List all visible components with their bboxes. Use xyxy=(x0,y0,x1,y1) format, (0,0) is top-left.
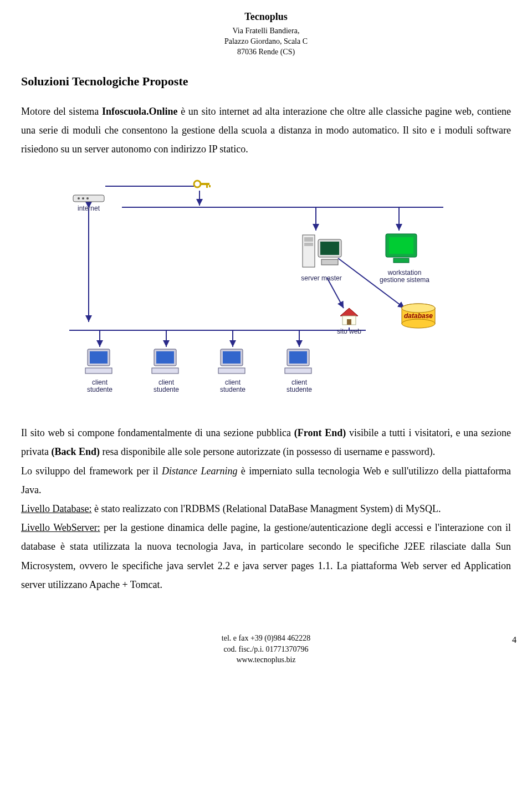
client-3-line-1: client xyxy=(225,378,241,386)
section-title: Soluzioni Tecnologiche Proposte xyxy=(21,74,511,89)
svg-rect-21 xyxy=(209,185,211,187)
svg-rect-19 xyxy=(201,183,209,185)
client-studente-label-4: clientstudente xyxy=(282,379,317,393)
footer-codfisc: cod. fisc./p.i. 01771370796 xyxy=(223,645,308,653)
svg-point-17 xyxy=(86,197,89,199)
svg-rect-27 xyxy=(321,259,338,265)
footer-tel: tel. e fax +39 (0)984 462228 xyxy=(222,634,310,642)
svg-rect-26 xyxy=(320,242,339,255)
company-name: Tecnoplus xyxy=(21,11,511,23)
key-icon xyxy=(193,178,212,192)
workstation-icon xyxy=(382,229,421,270)
svg-point-16 xyxy=(82,197,84,199)
paragraph-intro: Motore del sistema Infoscuola.Online è u… xyxy=(21,102,511,159)
svg-marker-35 xyxy=(340,308,358,316)
p1-text-1: Motore del sistema xyxy=(21,106,102,117)
client-studente-label-1: clientstudente xyxy=(82,379,117,393)
server-master-icon xyxy=(299,229,344,276)
p2-b1-frontend: (Front End) xyxy=(294,427,346,438)
svg-rect-29 xyxy=(389,237,413,254)
sito-web-label: sito web xyxy=(332,328,366,335)
client-4-line-1: client xyxy=(291,378,307,386)
client-3-line-2: studente xyxy=(220,386,245,393)
p3-t1: Lo sviluppo del framework per il xyxy=(21,465,162,477)
page-number: 4 xyxy=(512,634,516,646)
p2-t3: resa disponibile alle sole persone autor… xyxy=(100,446,435,457)
workstation-label-1: workstation xyxy=(388,269,422,277)
internet-label: internet xyxy=(72,205,105,212)
svg-rect-48 xyxy=(289,351,307,364)
svg-rect-40 xyxy=(85,368,112,374)
paragraph-webserver-level: Livello WebServer: per la gestione dinam… xyxy=(21,518,511,594)
svg-rect-30 xyxy=(393,258,409,263)
svg-rect-37 xyxy=(347,319,351,325)
client-studente-icon-4 xyxy=(283,347,316,380)
svg-rect-20 xyxy=(206,185,208,188)
svg-line-7 xyxy=(327,278,344,308)
svg-rect-45 xyxy=(223,351,241,364)
svg-rect-23 xyxy=(304,237,313,242)
client-studente-label-2: clientstudente xyxy=(149,379,184,393)
svg-rect-43 xyxy=(152,368,178,374)
svg-rect-49 xyxy=(285,368,311,374)
svg-rect-46 xyxy=(218,368,245,374)
client-studente-icon-3 xyxy=(216,347,249,380)
p4-u1-livello-database: Livello Database: xyxy=(21,503,91,514)
addr-line-3: 87036 Rende (CS) xyxy=(237,48,295,56)
page-header: Tecnoplus Via Fratelli Bandiera, Palazzo… xyxy=(21,11,511,58)
svg-point-33 xyxy=(402,319,435,328)
p1-bold-product: Infoscuola.Online xyxy=(102,106,178,117)
p2-t1: Il sito web si compone fondamentalmente … xyxy=(21,427,294,438)
sito-web-icon xyxy=(338,307,360,329)
client-2-line-1: client xyxy=(158,378,174,386)
server-master-label: server master xyxy=(294,275,349,282)
client-4-line-2: studente xyxy=(287,386,312,393)
p2-b2-backend: (Back End) xyxy=(51,446,100,457)
p3-i1-distance-learning: Distance Learning xyxy=(162,465,237,477)
page-footer: tel. e fax +39 (0)984 462228 cod. fisc./… xyxy=(21,633,511,666)
svg-rect-42 xyxy=(156,351,174,364)
client-studente-icon-1 xyxy=(83,347,116,380)
client-2-line-2: studente xyxy=(154,386,179,393)
network-diagram: internet server master workstation gesti… xyxy=(55,170,477,408)
addr-line-2: Palazzo Giordano, Scala C xyxy=(224,37,308,45)
database-label: database xyxy=(402,313,435,320)
svg-point-15 xyxy=(78,197,80,199)
p5-u1-livello-webserver: Livello WebServer: xyxy=(21,522,100,533)
workstation-label: workstation gestione sistema xyxy=(371,269,438,284)
paragraph-database-level: Livello Database: è stato realizzato con… xyxy=(21,499,511,518)
p4-t1: è stato realizzato con l'RDBMS (Relation… xyxy=(91,503,441,514)
svg-rect-24 xyxy=(304,243,313,246)
svg-point-18 xyxy=(194,181,201,187)
paragraph-frontend-backend: Il sito web si compone fondamentalmente … xyxy=(21,423,511,461)
svg-rect-39 xyxy=(90,351,108,364)
workstation-label-2: gestione sistema xyxy=(380,276,429,284)
client-studente-icon-2 xyxy=(150,347,183,380)
client-1-line-1: client xyxy=(92,378,108,386)
footer-www: www.tecnoplus.biz xyxy=(236,656,295,664)
client-1-line-2: studente xyxy=(87,386,112,393)
company-address: Via Fratelli Bandiera, Palazzo Giordano,… xyxy=(21,26,511,58)
svg-point-34 xyxy=(402,304,435,313)
client-studente-label-3: clientstudente xyxy=(215,379,250,393)
diagram-connections xyxy=(55,170,477,408)
paragraph-framework: Lo sviluppo del framework per il Distanc… xyxy=(21,462,511,499)
addr-line-1: Via Fratelli Bandiera, xyxy=(233,27,300,35)
